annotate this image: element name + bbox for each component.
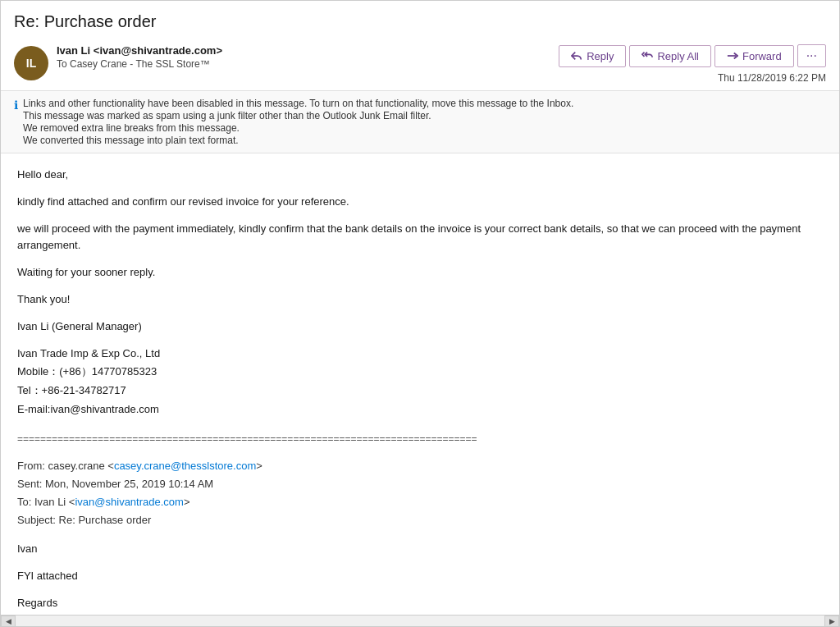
sender-info: Ivan Li <ivan@shivantrade.com> To Casey … bbox=[57, 44, 222, 70]
quoted-from: From: casey.crane <casey.crane@thesslsto… bbox=[17, 457, 823, 475]
reply-all-button[interactable]: Reply All bbox=[629, 45, 711, 67]
spam-line1: Links and other functionality have been … bbox=[23, 98, 573, 109]
forward-icon bbox=[727, 50, 738, 62]
quoted-body-para: FYI attached bbox=[17, 568, 823, 585]
reply-icon bbox=[571, 50, 582, 62]
email-subject: Re: Purchase order bbox=[1, 1, 839, 38]
quoted-to: To: Ivan Li <ivan@shivantrade.com> bbox=[17, 493, 823, 511]
email-header: IL Ivan Li <ivan@shivantrade.com> To Cas… bbox=[1, 38, 839, 91]
quoted-to-end: > bbox=[184, 496, 190, 508]
more-button[interactable]: ··· bbox=[797, 44, 826, 67]
spam-notice-lines: Links and other functionality have been … bbox=[23, 98, 573, 146]
body-text: Hello dear, kindly find attached and con… bbox=[17, 167, 823, 615]
body-para4: Thank you! bbox=[17, 291, 823, 309]
body-sig-line2: Ivan Trade Imp & Exp Co., Ltd bbox=[17, 346, 823, 363]
body-sig-line3: Mobile：(+86）14770785323 bbox=[17, 364, 823, 381]
actions-section: Reply Reply All Forward bbox=[559, 44, 826, 84]
body-para2: we will proceed with the payment immedia… bbox=[17, 221, 823, 255]
forward-button[interactable]: Forward bbox=[714, 45, 794, 67]
quoted-to-label: To: Ivan Li < bbox=[17, 496, 75, 508]
spam-line4: We converted this message into plain tex… bbox=[23, 135, 573, 146]
body-para1: kindly find attached and confirm our rev… bbox=[17, 194, 823, 211]
spam-line2: This message was marked as spam using a … bbox=[23, 110, 573, 121]
divider-line: ========================================… bbox=[17, 432, 823, 447]
quoted-section: From: casey.crane <casey.crane@thesslsto… bbox=[17, 457, 823, 529]
avatar: IL bbox=[14, 46, 48, 80]
body-sig-line1: Ivan Li (General Manager) bbox=[17, 318, 823, 336]
action-buttons: Reply Reply All Forward bbox=[559, 44, 826, 67]
body-sig-line4: Tel：+86-21-34782717 bbox=[17, 382, 823, 400]
quoted-sent: Sent: Mon, November 25, 2019 10:14 AM bbox=[17, 475, 823, 493]
sender-name: Ivan Li <ivan@shivantrade.com> bbox=[57, 44, 222, 57]
spam-notice: ℹ Links and other functionality have bee… bbox=[1, 91, 839, 153]
body-sig-line5: E-mail:ivan@shivantrade.com bbox=[17, 401, 823, 419]
quoted-from-email-link[interactable]: casey.crane@thesslstore.com bbox=[114, 460, 256, 472]
info-icon: ℹ bbox=[14, 98, 18, 112]
scroll-left-button[interactable]: ◀ bbox=[1, 616, 16, 627]
body-para3: Waiting for your sooner reply. bbox=[17, 264, 823, 281]
quoted-body-closing: Regards bbox=[17, 595, 823, 612]
reply-button[interactable]: Reply bbox=[559, 45, 626, 67]
quoted-body-greeting: Ivan bbox=[17, 541, 823, 558]
email-body: Hello dear, kindly find attached and con… bbox=[1, 153, 839, 615]
quoted-to-email-link[interactable]: ivan@shivantrade.com bbox=[75, 496, 183, 508]
email-timestamp: Thu 11/28/2019 6:22 PM bbox=[718, 72, 826, 84]
quoted-from-end: > bbox=[256, 460, 262, 472]
reply-all-label: Reply All bbox=[657, 50, 699, 62]
horizontal-scrollbar[interactable]: ◀ ▶ bbox=[1, 615, 839, 626]
reply-all-icon bbox=[641, 50, 653, 62]
quoted-subject: Subject: Re: Purchase order bbox=[17, 511, 823, 529]
email-window: Re: Purchase order IL Ivan Li <ivan@shiv… bbox=[0, 0, 840, 627]
scroll-right-button[interactable]: ▶ bbox=[824, 616, 839, 627]
reply-label: Reply bbox=[587, 50, 614, 62]
quoted-from-label: From: casey.crane < bbox=[17, 460, 114, 472]
forward-label: Forward bbox=[742, 50, 782, 62]
spam-line3: We removed extra line breaks from this m… bbox=[23, 122, 573, 134]
sender-to: To Casey Crane - The SSL Store™ bbox=[57, 58, 222, 70]
body-greeting: Hello dear, bbox=[17, 167, 823, 184]
sender-section: IL Ivan Li <ivan@shivantrade.com> To Cas… bbox=[14, 44, 222, 80]
